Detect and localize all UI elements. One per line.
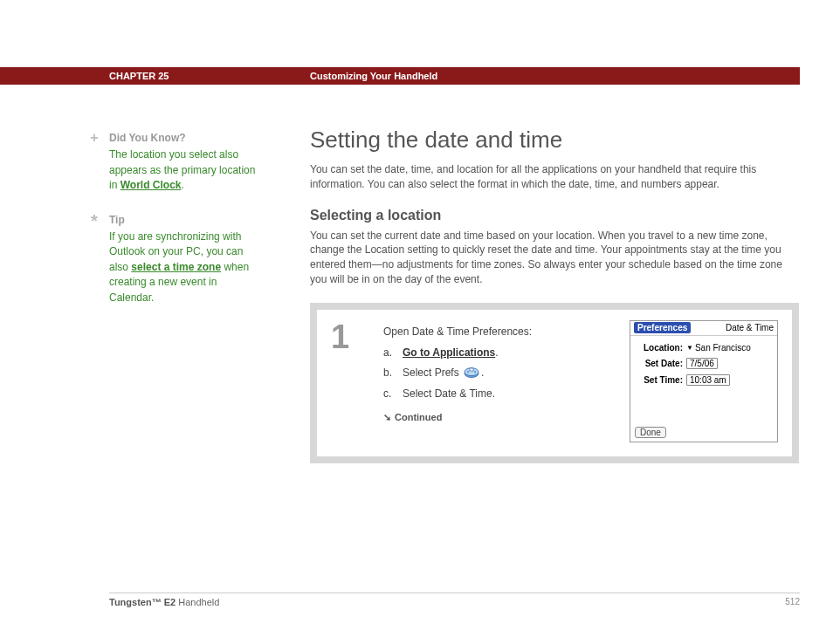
step-box: 1 Open Date & Time Preferences: a. Go to… xyxy=(310,303,799,463)
chapter-label: CHAPTER 25 xyxy=(109,71,169,81)
substep-a-after: . xyxy=(495,346,498,359)
substep-c: c. Select Date & Time. xyxy=(383,387,621,400)
tip-body: If you are synchronizing with Outlook on… xyxy=(109,230,258,305)
svg-rect-2 xyxy=(470,368,473,371)
step-title: Open Date & Time Preferences: xyxy=(383,325,621,338)
preview-date-label: Set Date: xyxy=(637,359,686,368)
preview-time-label: Set Time: xyxy=(637,375,686,385)
footer-product-bold: Tungsten™ E2 xyxy=(109,597,176,607)
world-clock-link[interactable]: World Clock xyxy=(120,179,182,191)
footer-product: Tungsten™ E2 Handheld xyxy=(109,597,219,607)
preview-tab-label: Preferences xyxy=(634,322,691,333)
asterisk-icon: * xyxy=(87,213,101,227)
preview-time-row: Set Time: 10:03 am xyxy=(637,374,770,386)
did-you-know-block: + Did You Know? The location you select … xyxy=(87,131,258,194)
substep-c-letter: c. xyxy=(383,387,403,400)
prefs-icon xyxy=(464,366,479,380)
section-heading: Selecting a location xyxy=(310,208,799,223)
chapter-header: CHAPTER 25 Customizing Your Handheld xyxy=(0,67,800,85)
chapter-title: Customizing Your Handheld xyxy=(310,71,437,81)
tip-heading: Tip xyxy=(109,213,258,228)
preview-location-row: Location: ▼ San Francisco xyxy=(637,343,770,353)
step-number: 1 xyxy=(331,320,383,442)
preview-done-button: Done xyxy=(635,427,666,438)
did-you-know-body: The location you select also appears as … xyxy=(109,147,258,193)
substep-b-before: Select Prefs xyxy=(403,366,462,378)
footer-product-rest: Handheld xyxy=(176,597,219,607)
tip-block: * Tip If you are synchronizing with Outl… xyxy=(87,213,258,305)
dropdown-arrow-icon: ▼ xyxy=(686,344,693,352)
preview-header-title: Date & Time xyxy=(726,323,774,332)
preview-location-value: San Francisco xyxy=(695,343,751,353)
go-to-applications-link[interactable]: Go to Applications xyxy=(403,346,495,359)
footer-page-number: 512 xyxy=(785,597,800,607)
main-content: Setting the date and time You can set th… xyxy=(310,127,799,463)
preview-time-value: 10:03 am xyxy=(686,374,730,386)
preview-body: Location: ▼ San Francisco Set Date: 7/5/… xyxy=(630,336,777,398)
select-time-zone-link[interactable]: select a time zone xyxy=(131,261,221,273)
page-title: Setting the date and time xyxy=(310,127,799,154)
intro-paragraph: You can set the date, time, and location… xyxy=(310,162,799,192)
continued-indicator: ➘Continued xyxy=(383,412,621,423)
preview-header: Preferences Date & Time xyxy=(630,321,777,336)
arrow-down-right-icon: ➘ xyxy=(383,412,391,423)
substep-c-text: Select Date & Time. xyxy=(403,387,495,400)
preview-date-row: Set Date: 7/5/06 xyxy=(637,358,770,369)
step-content: Open Date & Time Preferences: a. Go to A… xyxy=(383,320,621,442)
section-paragraph: You can set the current date and time ba… xyxy=(310,229,799,287)
substep-b: b. Select Prefs xyxy=(383,366,621,380)
substep-b-letter: b. xyxy=(383,367,403,379)
preferences-preview: Preferences Date & Time Location: ▼ San … xyxy=(630,320,778,442)
substep-a-letter: a. xyxy=(383,346,403,359)
page-footer: Tungsten™ E2 Handheld 512 xyxy=(109,593,800,607)
did-you-know-heading: Did You Know? xyxy=(109,131,258,146)
substep-a: a. Go to Applications. xyxy=(383,346,621,359)
plus-icon: + xyxy=(87,131,101,145)
sidebar: + Did You Know? The location you select … xyxy=(87,131,258,325)
preview-date-value: 7/5/06 xyxy=(686,358,718,369)
continued-label: Continued xyxy=(395,412,442,422)
preview-location-label: Location: xyxy=(637,343,686,353)
dyk-text-after: . xyxy=(181,179,183,191)
substep-b-after: . xyxy=(481,366,484,378)
